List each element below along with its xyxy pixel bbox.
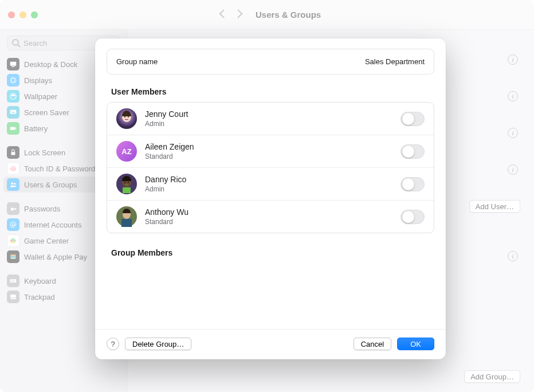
member-role: Admin [145,120,188,128]
delete-group-button[interactable]: Delete Group… [125,338,191,350]
svg-rect-16 [15,128,16,130]
svg-rect-49 [123,187,131,193]
svg-rect-38 [11,281,15,281]
membership-toggle[interactable] [400,177,425,191]
sidebar-item-label: Internet Accounts [24,221,81,229]
page-title: Users & Groups [256,10,321,19]
svg-rect-36 [14,280,14,280]
key-icon [7,202,19,215]
sidebar-item-label: Wallet & Apple Pay [24,253,87,261]
minimize-window-icon[interactable] [19,11,26,18]
member-row: Jenny CourtAdmin [107,103,434,135]
zoom-window-icon[interactable] [31,11,38,18]
svg-point-18 [11,182,13,185]
svg-rect-39 [10,295,16,299]
svg-rect-37 [14,280,15,280]
avatar [116,108,137,129]
info-icon[interactable]: i [508,91,518,101]
group-name-label: Group name [116,57,158,66]
svg-rect-30 [11,256,16,257]
member-name: Jenny Court [145,109,188,119]
svg-rect-2 [10,62,17,66]
member-name: Anthony Wu [145,207,189,217]
titlebar: Users & Groups [0,0,534,30]
svg-line-9 [11,78,11,79]
group-members-title: Group Members [111,248,433,257]
avatar [116,174,137,194]
svg-point-19 [14,183,15,185]
sidebar-item-label: Keyboard [24,277,56,285]
avatar: AZ [116,141,137,162]
svg-line-10 [15,82,15,83]
svg-line-1 [18,45,20,47]
close-window-icon[interactable] [8,11,15,18]
sheet-footer: ? Delete Group… Cancel OK [95,329,446,350]
svg-point-4 [11,79,15,83]
svg-rect-29 [11,255,16,256]
desktop-icon [7,58,19,70]
membership-toggle[interactable] [400,144,425,159]
member-row: AZAileen ZeigenStandard [107,135,434,167]
trackpad-icon [7,291,19,303]
lock-icon [7,146,19,159]
sidebar-item-label: Touch ID & Password [24,164,95,173]
screensaver-icon [7,106,19,119]
sidebar-item-label: Screen Saver [24,108,69,117]
svg-rect-34 [11,280,12,280]
svg-rect-35 [13,280,13,280]
member-name: Aileen Zeigen [145,142,194,151]
group-name-value: Sales Department [365,57,425,66]
search-icon [11,38,21,48]
user-members-list: Jenny CourtAdminAZAileen ZeigenStandardD… [107,102,434,233]
group-name-row[interactable]: Group name Sales Department [107,49,434,74]
info-icon[interactable]: i [508,164,518,175]
sidebar-item-label: Battery [24,124,48,133]
add-user-button[interactable]: Add User… [469,200,520,213]
membership-toggle[interactable] [400,210,425,224]
member-row: Danny RicoAdmin [107,167,434,200]
svg-rect-3 [11,66,14,67]
svg-rect-22 [15,209,16,210]
cancel-button[interactable]: Cancel [354,338,391,350]
membership-toggle[interactable] [400,112,425,126]
sidebar-item-label: Game Center [24,237,69,245]
add-group-button[interactable]: Add Group… [464,370,520,383]
svg-point-48 [128,182,129,183]
background-bottom-buttons: Add Group… [464,370,520,383]
battery-icon [7,122,19,135]
at-icon [7,218,19,231]
forward-button[interactable] [235,9,244,21]
svg-point-47 [124,182,125,183]
sidebar-item-label: Passwords [24,205,61,213]
svg-rect-31 [11,257,16,258]
sidebar-item-label: Wallpaper [24,92,57,101]
member-role: Admin [145,185,186,193]
displays-icon [7,74,19,87]
group-name-panel: Group name Sales Department [107,49,434,75]
sidebar-item-label: Users & Groups [24,181,77,189]
info-icon[interactable]: i [508,128,518,138]
keyboard-icon [7,275,19,287]
member-role: Standard [145,152,194,160]
member-role: Standard [145,218,189,226]
sidebar-item-label: Lock Screen [24,148,65,157]
touchid-icon [7,162,19,175]
svg-rect-15 [10,127,15,130]
member-name: Danny Rico [145,175,186,184]
svg-rect-33 [11,280,11,280]
gamecenter-icon [7,234,19,247]
svg-point-43 [124,116,125,117]
info-icon[interactable]: i [508,54,518,65]
wallpaper-icon [7,90,19,103]
sidebar-item-label: Displays [24,76,52,85]
svg-rect-17 [11,152,15,155]
user-members-title: User Members [111,87,433,96]
svg-point-0 [13,40,18,45]
back-button[interactable] [218,9,227,21]
info-icon[interactable]: i [508,251,518,261]
wallet-icon [7,250,19,263]
help-button[interactable]: ? [107,338,119,350]
member-row: Anthony WuStandard [107,200,434,233]
window-controls [8,11,38,18]
ok-button[interactable]: OK [397,338,434,350]
